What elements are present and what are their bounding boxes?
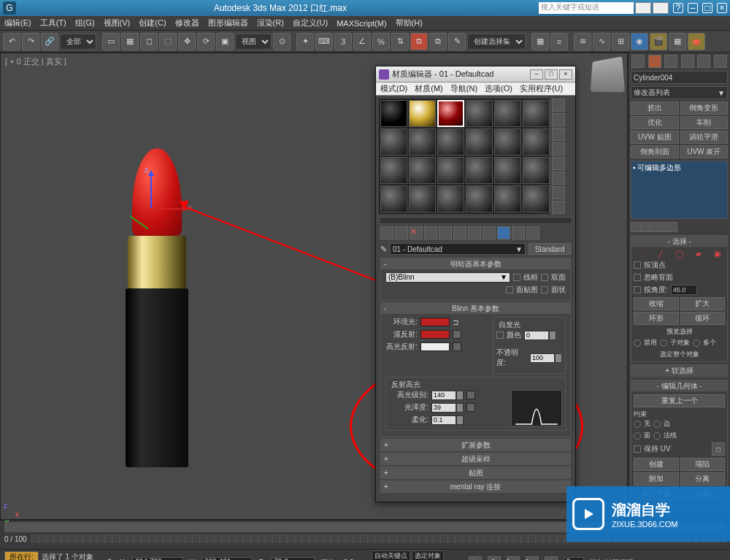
play-start-button[interactable]: ⏮ [469,556,482,561]
mated-maximize-button[interactable]: □ [545,69,558,80]
preset-chamfer-button[interactable]: 倒角剖面 [631,145,679,158]
play-next-button[interactable]: ▶ [526,556,539,561]
material-slot-18[interactable] [523,157,550,184]
material-slot-7[interactable] [380,129,407,156]
coord-x-input[interactable]: 214.769mm [132,557,183,561]
assign-to-selection-icon[interactable] [395,226,408,239]
gloss-spinner[interactable] [456,403,464,413]
mated-menu-material[interactable]: 材质(M) [415,83,443,94]
rotate-button[interactable]: ⟳ [197,33,215,50]
material-slot-scrollbar[interactable] [379,217,572,224]
config-icon[interactable] [669,222,677,232]
redo-button[interactable]: ↷ [22,33,39,50]
material-slot-22[interactable] [466,185,493,212]
preset-uvw-button[interactable]: UVW 贴图 [631,131,679,144]
show-in-vp-icon[interactable] [468,226,481,239]
menu-customize[interactable]: 自定义(U) [293,18,328,28]
material-slot-20[interactable] [409,185,436,212]
menu-grapheditors[interactable]: 图形编辑器 [208,18,248,28]
specular-map-button[interactable] [453,342,461,351]
material-slot-2[interactable] [409,100,436,127]
create-button[interactable]: 创建 [634,458,679,471]
constrain-none-radio[interactable] [634,421,641,428]
current-frame-input[interactable]: 0 [564,557,584,561]
soften-spinner[interactable] [456,415,464,425]
angle-input[interactable] [671,285,697,295]
gloss-input[interactable] [431,403,456,413]
material-type-button[interactable]: Standard [529,243,571,255]
viewport-label[interactable]: [ + 0 正交 | 真实 ] [5,56,66,67]
diffuse-map-button[interactable] [453,330,461,339]
rollup-mentalray-header[interactable]: mental ray 连接 [450,483,501,491]
create-tab-icon[interactable] [631,55,645,68]
material-slot-23[interactable] [494,185,521,212]
align-button[interactable]: ≡ [550,33,568,50]
minimize-icon[interactable]: – [688,3,698,13]
material-slot-10[interactable] [466,129,493,156]
menu-create[interactable]: 创建(C) [139,18,166,28]
sample-uv-icon[interactable] [552,142,565,156]
quick-render-button[interactable]: 🫖 [688,33,705,50]
loop-button[interactable]: 循环 [680,312,726,325]
material-slot-14[interactable] [409,157,436,184]
material-slot-19[interactable] [380,185,407,212]
shrink-button[interactable]: 收缩 [634,297,679,310]
modifier-list-dropdown[interactable]: 修改器列表▼ [631,86,728,99]
material-slot-5[interactable] [494,100,521,127]
soften-input[interactable] [431,415,456,425]
undo-button[interactable]: ↶ [3,33,20,50]
ignore-backface-checkbox[interactable] [634,274,641,281]
move-button[interactable]: ✥ [178,33,196,50]
opacity-spinner[interactable] [555,353,562,363]
ring-button[interactable]: 环形 [634,312,679,325]
material-slot-3[interactable] [437,100,464,127]
menu-help[interactable]: 帮助(H) [396,18,423,28]
backlight-icon[interactable] [552,113,565,126]
ambient-lock-icon[interactable]: ⊐ [453,318,458,326]
material-editor-window[interactable]: 材质编辑器 - 01 - Defaultcad – □ × 模式(D) 材质(M… [375,66,576,502]
faceted-checkbox[interactable] [541,286,548,294]
material-slot-11[interactable] [494,129,521,156]
play-end-button[interactable]: ⏭ [545,556,558,561]
speclevel-input[interactable] [431,391,456,400]
ambient-swatch[interactable] [420,318,450,326]
preset-lathe-button[interactable]: 车削 [680,116,729,129]
menu-view[interactable]: 视图(V) [104,18,131,28]
selfillum-spinner[interactable] [549,331,556,340]
shader-rollup-header[interactable]: 明暗器基本参数 [450,260,502,268]
pivot-button[interactable]: ⊙ [273,33,291,50]
material-slot-13[interactable] [380,157,407,184]
mated-close-button[interactable]: × [559,69,572,80]
manip-button[interactable]: ✦ [296,33,314,50]
speclevel-map-button[interactable] [466,391,475,399]
unique-icon[interactable] [650,222,658,232]
preview-multi-radio[interactable] [693,340,700,347]
preset-optimize-button[interactable]: 优化 [631,116,679,129]
eyedropper-icon[interactable]: ✎ [380,245,387,254]
remove-mod-icon[interactable] [659,222,668,232]
select-button[interactable]: ▭ [102,33,120,50]
material-slot-17[interactable] [494,157,521,184]
menu-modifiers[interactable]: 修改器 [175,18,199,28]
object-name-input[interactable] [631,71,728,84]
preset-unwrap-button[interactable]: UVW 展开 [680,145,729,158]
addtag-label[interactable]: 添加时间标记 [590,558,634,561]
maximize-icon[interactable]: □ [702,3,712,13]
preset-turbo-button[interactable]: 涡轮平滑 [680,131,729,144]
subobj-border-icon[interactable]: ◯ [675,250,683,258]
opacity-input[interactable] [530,353,555,363]
help-icon[interactable]: ? [673,3,683,13]
go-forward-icon[interactable] [512,226,525,239]
close-icon[interactable]: × [717,3,727,13]
rollup-maps-header[interactable]: 贴图 [469,469,483,477]
wire-checkbox[interactable] [513,274,520,281]
coord-z-input[interactable]: 70.0mm [271,557,315,561]
go-parent-icon[interactable] [497,226,510,239]
menu-group[interactable]: 组(G) [75,18,95,28]
material-editor-button[interactable]: ◉ [631,33,648,50]
mated-menu-mode[interactable]: 模式(D) [380,83,407,94]
render-setup-button[interactable]: 🎬 [650,33,667,50]
utilities-tab-icon[interactable] [714,55,727,68]
material-slot-4[interactable] [466,100,493,127]
material-name-dropdown[interactable]: 01 - Defaultcad▼ [390,243,526,255]
